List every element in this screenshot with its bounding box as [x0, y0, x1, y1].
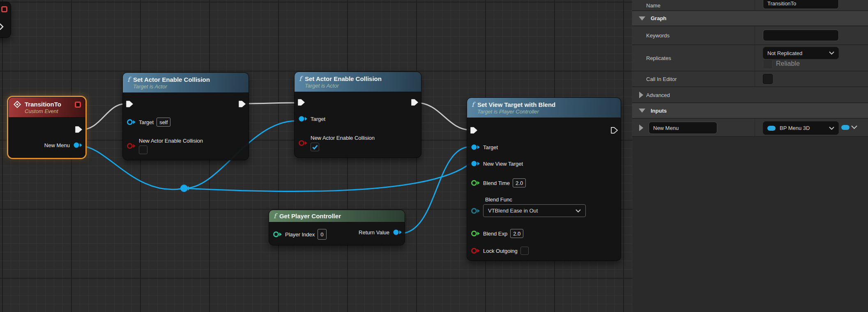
clipped-node[interactable] [0, 2, 11, 38]
pin-label: Blend Exp [483, 231, 507, 237]
keywords-label: Keywords [646, 32, 670, 39]
collapse-arrow-icon[interactable] [639, 16, 645, 21]
node-set-actor-enable-collision-2[interactable]: f Set Actor Enable Collision Target is A… [294, 72, 421, 158]
object-pin-icon[interactable] [126, 119, 136, 125]
node-set-view-target-with-blend[interactable]: f Set View Target with Blend Target is P… [467, 97, 621, 261]
inputs-section-header[interactable]: Inputs [632, 103, 868, 118]
float-pin-icon[interactable] [470, 230, 480, 237]
node-subtitle: Target is Actor [305, 83, 382, 89]
object-pin-icon[interactable] [470, 144, 480, 150]
reroute-node[interactable] [180, 185, 190, 192]
new-view-target-row: New View Target [470, 160, 523, 167]
node-header: f Set Actor Enable Collision Target is A… [295, 72, 421, 92]
name-input[interactable] [763, 0, 839, 9]
collision-checkbox-checked[interactable] [311, 143, 319, 151]
collision-checkbox[interactable] [139, 146, 147, 154]
node-title: TransitionTo [25, 100, 61, 108]
chevron-down-icon [576, 209, 581, 213]
exec-in-pin-icon[interactable] [297, 98, 305, 106]
node-transition-to[interactable]: TransitionTo Custom Event New Menu [8, 97, 85, 158]
node-title: Set View Target with Blend [477, 101, 555, 109]
pin-label: New Actor Enable Collision [139, 138, 203, 144]
player-index-field[interactable]: 0 [318, 229, 326, 240]
dropdown-value: BP Menu 3D [780, 125, 829, 131]
exec-in-pin-icon[interactable] [470, 126, 478, 134]
function-icon: f [299, 75, 302, 83]
object-type-pin-icon [767, 126, 776, 131]
call-in-editor-row: Call In Editor [632, 72, 868, 86]
object-pin-icon[interactable] [470, 160, 480, 167]
exec-out-row [610, 126, 618, 134]
float-pin-icon[interactable] [470, 180, 480, 186]
lock-outgoing-checkbox[interactable] [520, 247, 529, 255]
exec-wire [417, 103, 470, 130]
exec-in-row [470, 126, 478, 134]
collapse-arrow-icon[interactable] [639, 109, 645, 113]
int-pin-icon[interactable] [272, 231, 282, 238]
container-type-icon[interactable] [841, 125, 850, 130]
pin-label: Player Index [285, 231, 315, 238]
graph-section-header[interactable]: Graph [632, 11, 868, 25]
lock-outgoing-row: Lock Outgoing [470, 247, 529, 255]
node-set-actor-enable-collision-1[interactable]: f Set Actor Enable Collision Target is A… [122, 72, 249, 160]
pin-label: Target [483, 144, 498, 150]
dropdown-value: Not Replicated [767, 50, 829, 56]
blend-exp-row: Blend Exp 2.0 [470, 229, 523, 238]
node-header: f Get Player Controller [269, 210, 405, 222]
pin-label: New Actor Enable Collision [311, 135, 375, 141]
blend-func-dropdown[interactable]: VTBlend Ease in Out [483, 204, 586, 217]
call-in-editor-label: Call In Editor [646, 76, 677, 82]
exec-out-pin-icon[interactable] [238, 100, 246, 108]
bool-pin-row: New Actor Enable Collision [126, 138, 203, 156]
exec-pin-icon[interactable] [0, 23, 4, 30]
replicates-dropdown[interactable]: Not Replicated [763, 47, 839, 59]
function-icon: f [274, 212, 276, 220]
input-name-field[interactable] [649, 122, 717, 134]
blueprint-graph-canvas[interactable]: TransitionTo Custom Event New Menu f Set… [0, 0, 632, 312]
input-type-dropdown[interactable]: BP Menu 3D [763, 121, 839, 135]
expand-arrow-icon[interactable] [639, 125, 643, 131]
object-pin-icon[interactable] [73, 142, 83, 148]
target-value-field[interactable]: self [157, 118, 170, 127]
return-value-row: Return Value [359, 229, 402, 236]
exec-out-pin-icon[interactable] [74, 125, 83, 134]
reliable-checkbox[interactable] [763, 59, 773, 69]
exec-in-pin-icon[interactable] [125, 100, 134, 108]
exec-out-pin-icon-unconnected[interactable] [610, 126, 618, 134]
exec-out-row [410, 98, 419, 106]
chevron-down-icon [829, 51, 834, 55]
exec-out-pin-icon[interactable] [410, 98, 419, 106]
node-get-player-controller[interactable]: f Get Player Controller Player Index 0 R… [269, 210, 405, 245]
bool-pin-icon[interactable] [470, 247, 480, 254]
new-menu-row: New Menu [44, 142, 83, 148]
node-title: Set Actor Enable Collision [305, 75, 382, 83]
chevron-down-icon[interactable] [851, 125, 857, 129]
pin-label: Target [139, 119, 154, 125]
bool-pin-icon[interactable] [126, 143, 136, 149]
node-header: TransitionTo Custom Event [9, 97, 85, 118]
call-in-editor-checkbox[interactable] [763, 74, 773, 84]
object-pin-icon[interactable] [298, 116, 308, 122]
keywords-row: Keywords [632, 26, 868, 44]
object-wire [400, 147, 470, 233]
blend-time-field[interactable]: 2.0 [513, 178, 526, 187]
bool-pin-icon[interactable] [298, 140, 308, 146]
chevron-down-icon [829, 127, 834, 130]
exec-in-row [297, 98, 305, 106]
event-bind-icon[interactable] [75, 102, 81, 108]
exec-out-row [74, 125, 83, 134]
blend-func-row: Blend Func VTBlend Ease in Out [470, 196, 586, 217]
event-delegate-icon [1, 6, 7, 12]
blend-exp-field[interactable]: 2.0 [510, 229, 523, 238]
pin-label: Blend Time [483, 180, 510, 186]
object-wire [184, 163, 470, 192]
replicates-row: Replicates Not Replicated Reliable [632, 45, 868, 71]
expand-arrow-icon[interactable] [639, 92, 643, 98]
reliable-label: Reliable [776, 60, 800, 67]
node-title: Set Actor Enable Collision [133, 76, 210, 83]
blend-time-row: Blend Time 2.0 [470, 178, 526, 187]
enum-pin-icon[interactable] [470, 208, 480, 214]
advanced-row[interactable]: Advanced [632, 87, 868, 102]
keywords-input[interactable] [763, 30, 839, 41]
object-pin-icon[interactable] [392, 229, 402, 236]
